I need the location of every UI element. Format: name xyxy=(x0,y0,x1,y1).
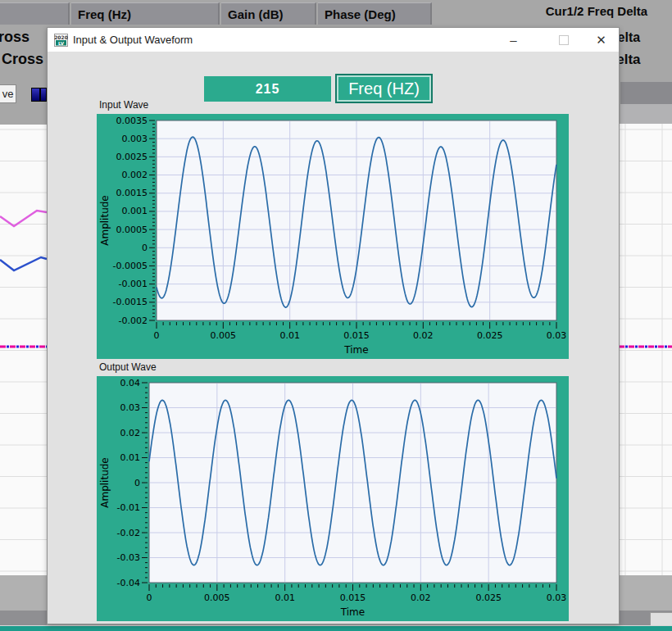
svg-text:0.02: 0.02 xyxy=(120,428,141,438)
bg-band-bottom-left-dark xyxy=(0,611,47,627)
bg-band-bottom-left-light xyxy=(0,575,47,611)
waveform-dialog: 2020 LV Input & Output Waveform – ✕ 215 … xyxy=(47,27,620,624)
svg-text:0.015: 0.015 xyxy=(343,330,370,341)
maximize-icon xyxy=(559,35,569,45)
svg-text:0.03: 0.03 xyxy=(547,592,567,603)
svg-text:0.03: 0.03 xyxy=(547,330,567,341)
svg-text:0.015: 0.015 xyxy=(340,592,366,603)
input-wave-title: Input Wave xyxy=(99,99,148,111)
svg-text:0: 0 xyxy=(154,330,160,341)
bg-label-cross-2: Cross xyxy=(2,51,43,68)
svg-text:-0.03: -0.03 xyxy=(117,552,140,563)
input-wave-graph: -0.002-0.0015-0.001-0.000500.00050.0010.… xyxy=(97,114,569,359)
svg-text:-0.02: -0.02 xyxy=(117,528,140,538)
svg-text:0.025: 0.025 xyxy=(475,592,502,603)
svg-text:0.005: 0.005 xyxy=(211,330,237,341)
svg-text:LV: LV xyxy=(58,40,65,45)
output-wave-graph: -0.04-0.03-0.02-0.0100.010.020.030.0400.… xyxy=(97,376,569,621)
frequency-unit-label: Freq (HZ) xyxy=(335,74,433,103)
bg-band-right-light xyxy=(620,104,672,124)
svg-text:0.01: 0.01 xyxy=(120,452,141,463)
svg-text:Amplitude: Amplitude xyxy=(99,457,111,508)
maximize-button[interactable] xyxy=(545,28,582,52)
minimize-button[interactable]: – xyxy=(495,28,532,52)
svg-text:0.0015: 0.0015 xyxy=(116,188,148,198)
svg-text:0: 0 xyxy=(134,478,140,488)
svg-text:-0.001: -0.001 xyxy=(119,279,148,289)
bg-header-cell-freq: Freq (Hz) xyxy=(71,2,220,25)
bg-header-cell-gain: Gain (dB) xyxy=(221,2,316,25)
bg-header-cell-empty xyxy=(0,2,70,25)
svg-text:-0.04: -0.04 xyxy=(117,578,140,588)
svg-text:0.04: 0.04 xyxy=(120,378,141,388)
svg-text:0.001: 0.001 xyxy=(122,206,148,216)
bg-header-cell-phase: Phase (Deg) xyxy=(318,2,432,25)
svg-text:Amplitude: Amplitude xyxy=(99,195,111,246)
svg-text:0.03: 0.03 xyxy=(120,402,141,413)
labview-app-icon: 2020 LV xyxy=(54,34,68,47)
svg-text:0.02: 0.02 xyxy=(411,592,431,603)
svg-text:0.003: 0.003 xyxy=(122,134,148,144)
dialog-titlebar[interactable]: 2020 LV Input & Output Waveform xyxy=(48,28,619,52)
close-button[interactable]: ✕ xyxy=(583,28,620,52)
svg-text:0.0035: 0.0035 xyxy=(116,116,148,126)
bg-bottom-teal-window-edge xyxy=(0,625,672,631)
svg-text:Time: Time xyxy=(343,344,368,356)
dialog-title: Input & Output Waveform xyxy=(73,34,193,46)
bg-band-right-dark xyxy=(620,82,672,104)
svg-text:0: 0 xyxy=(147,592,152,603)
svg-text:0.0005: 0.0005 xyxy=(116,225,148,235)
svg-text:-0.0015: -0.0015 xyxy=(113,297,148,307)
svg-text:0.002: 0.002 xyxy=(122,170,148,180)
svg-text:0.0025: 0.0025 xyxy=(116,152,148,162)
bg-band-bottom-right-light xyxy=(619,575,672,611)
svg-text:Time: Time xyxy=(340,606,365,618)
svg-text:0.025: 0.025 xyxy=(477,330,503,341)
svg-text:0.01: 0.01 xyxy=(275,592,295,603)
bg-legend-color-swatch xyxy=(31,88,47,102)
svg-text:0.005: 0.005 xyxy=(204,592,229,603)
svg-text:0.01: 0.01 xyxy=(279,330,300,341)
frequency-value-indicator: 215 xyxy=(204,76,331,102)
svg-text:0: 0 xyxy=(142,243,148,253)
bg-partial-button[interactable]: ve xyxy=(0,84,16,103)
svg-text:2020: 2020 xyxy=(54,34,68,39)
svg-text:-0.01: -0.01 xyxy=(117,502,140,513)
svg-text:-0.002: -0.002 xyxy=(119,316,148,326)
svg-text:0.02: 0.02 xyxy=(413,330,434,341)
bg-label-cur12-freq-delta: Cur1/2 Freq Delta xyxy=(537,4,647,18)
svg-text:-0.0005: -0.0005 xyxy=(113,261,148,271)
bg-label-cross-1: Cross xyxy=(0,29,30,46)
output-wave-title: Output Wave xyxy=(99,361,157,373)
screen: Freq (Hz) Gain (dB) Phase (Deg) Cur1/2 F… xyxy=(0,0,672,631)
